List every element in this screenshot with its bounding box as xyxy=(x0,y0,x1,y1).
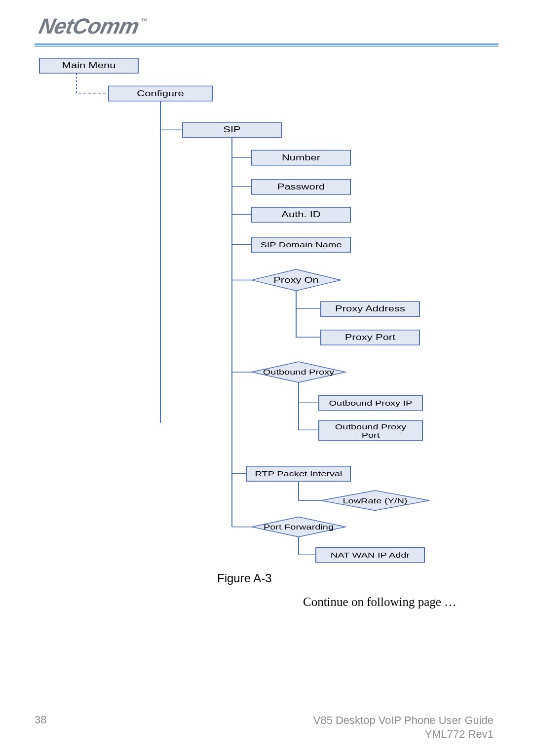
node-password-label: Password xyxy=(277,183,325,191)
node-lowrate-label: LowRate (Y/N) xyxy=(343,497,407,505)
node-outproxy-label: Outbound Proxy xyxy=(263,368,335,377)
footer-rev: YML772 Rev1 xyxy=(313,727,494,741)
flowchart-diagram: Main Menu Configure SIP Number Password … xyxy=(0,0,533,756)
node-sip-label: SIP xyxy=(223,125,240,134)
node-proxyport-label: Proxy Port xyxy=(345,333,396,341)
figure-caption: Figure A-3 xyxy=(217,571,272,585)
node-outproxyip-label: Outbound Proxy IP xyxy=(329,399,413,408)
node-proxyon-label: Proxy On xyxy=(273,276,319,284)
spine-outproxy xyxy=(299,382,319,430)
node-natwan-label: NAT WAN IP Addr xyxy=(331,551,410,560)
node-main-menu-label: Main Menu xyxy=(62,61,116,70)
node-proxyaddr-label: Proxy Address xyxy=(335,304,405,313)
node-authid-label: Auth. ID xyxy=(281,210,320,219)
connector-to-lowrate xyxy=(299,481,321,500)
node-number-label: Number xyxy=(282,153,321,162)
connector-to-natwan xyxy=(299,537,316,555)
connector-main-to-configure xyxy=(76,73,109,93)
footer-right: V85 Desktop VoIP Phone User Guide YML772… xyxy=(313,714,494,741)
node-sipdomain-label: SIP Domain Name xyxy=(260,241,342,249)
node-outproxyport-label2: Port xyxy=(362,431,380,440)
node-configure-label: Configure xyxy=(137,89,184,98)
node-rtp-label: RTP Packet Interval xyxy=(255,470,342,478)
node-outproxyport-label1: Outbound Proxy xyxy=(335,422,407,431)
continue-note: Continue on following page … xyxy=(303,595,457,609)
node-portfwd-label: Port Forwarding xyxy=(264,523,334,531)
spine-proxyon xyxy=(296,291,321,337)
footer-title: V85 Desktop VoIP Phone User Guide xyxy=(313,714,494,727)
page-number: 38 xyxy=(35,714,46,726)
